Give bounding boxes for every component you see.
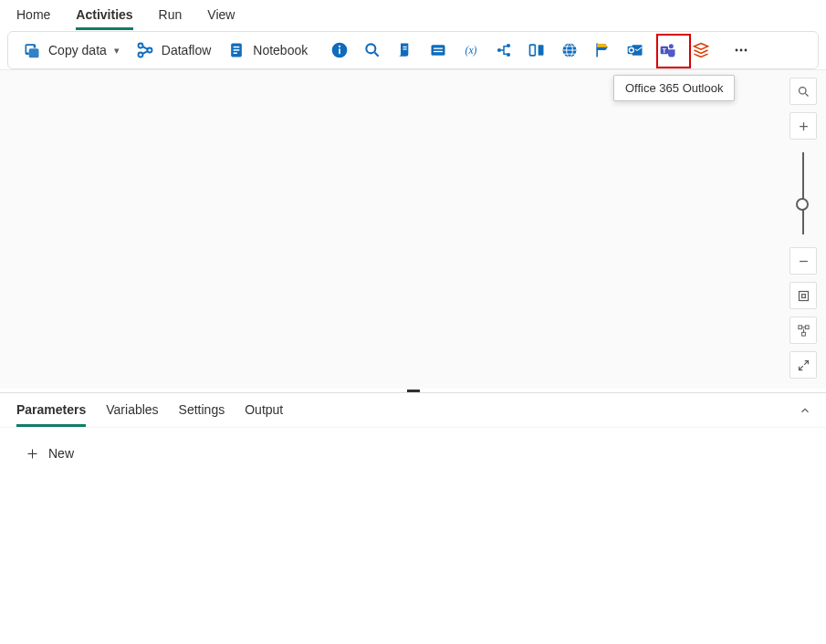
globe-icon xyxy=(560,41,579,59)
pipeline-icon xyxy=(495,41,513,59)
notebook-label: Notebook xyxy=(253,43,308,57)
fullscreen-button[interactable] xyxy=(789,351,817,379)
zoom-out-button[interactable] xyxy=(789,247,817,275)
stack-icon xyxy=(692,41,710,59)
svg-point-19 xyxy=(507,53,510,57)
tab-view[interactable]: View xyxy=(207,7,235,27)
outlook-activity-button[interactable] xyxy=(620,36,651,65)
ellipsis-icon xyxy=(732,41,750,59)
svg-rect-5 xyxy=(234,49,240,51)
web-activity-button[interactable] xyxy=(554,36,585,65)
canvas-search-button[interactable] xyxy=(789,78,817,105)
dataflow-icon xyxy=(136,41,154,59)
dataflow-label: Dataflow xyxy=(162,43,211,57)
svg-rect-8 xyxy=(339,48,340,54)
svg-rect-38 xyxy=(801,332,805,336)
variable-activity-button[interactable]: (x) xyxy=(455,36,486,65)
tab-activities[interactable]: Activities xyxy=(76,7,132,30)
properties-tab-bar: Parameters Variables Settings Output xyxy=(0,393,826,428)
lookup-activity-button[interactable] xyxy=(357,36,388,65)
svg-rect-15 xyxy=(434,51,443,52)
script-icon xyxy=(396,41,414,59)
activities-toolbar: Copy data ▾ Dataflow Notebook xyxy=(7,31,819,69)
svg-rect-6 xyxy=(234,53,237,55)
svg-point-2 xyxy=(147,48,152,53)
copy-data-button[interactable]: Copy data ▾ xyxy=(16,36,127,65)
svg-point-18 xyxy=(507,44,510,47)
databricks-activity-button[interactable] xyxy=(685,36,716,65)
svg-rect-14 xyxy=(434,48,443,49)
svg-text:T: T xyxy=(663,47,666,54)
zoom-slider[interactable] xyxy=(802,152,804,234)
teams-icon: T xyxy=(659,41,677,59)
notebook-button[interactable]: Notebook xyxy=(220,36,315,65)
svg-rect-4 xyxy=(234,47,240,48)
copy-data-label: Copy data xyxy=(48,43,107,57)
pipeline-canvas[interactable] xyxy=(0,69,826,389)
svg-rect-13 xyxy=(432,45,445,56)
svg-point-1 xyxy=(138,53,142,57)
dataflow-button[interactable]: Dataflow xyxy=(129,36,218,65)
svg-point-0 xyxy=(138,44,142,48)
list-icon xyxy=(429,41,447,59)
tab-run[interactable]: Run xyxy=(159,7,183,27)
teams-activity-button[interactable]: T xyxy=(653,36,684,65)
svg-text:(x): (x) xyxy=(465,45,477,57)
svg-rect-20 xyxy=(530,45,536,56)
variable-icon: (x) xyxy=(462,41,480,59)
plus-icon xyxy=(26,447,39,461)
zoom-in-button[interactable] xyxy=(789,112,817,140)
new-parameter-label: New xyxy=(48,446,74,461)
tab-variables[interactable]: Variables xyxy=(106,402,158,424)
svg-point-33 xyxy=(799,87,806,94)
svg-rect-11 xyxy=(403,47,407,47)
script-activity-button[interactable] xyxy=(390,36,421,65)
invoke-icon xyxy=(528,41,546,59)
zoom-fit-button[interactable] xyxy=(789,282,817,309)
svg-point-30 xyxy=(736,49,738,52)
more-activities-button[interactable] xyxy=(726,36,757,65)
pipeline-activity-button[interactable] xyxy=(488,36,519,65)
svg-rect-35 xyxy=(801,294,805,297)
svg-point-17 xyxy=(497,48,501,52)
tab-output[interactable]: Output xyxy=(245,402,283,424)
semantic-model-button[interactable] xyxy=(587,36,618,65)
svg-rect-21 xyxy=(538,45,544,56)
tab-settings[interactable]: Settings xyxy=(179,402,225,424)
properties-panel: Parameters Variables Settings Output New xyxy=(0,392,826,479)
outlook-icon xyxy=(626,41,644,59)
auto-align-button[interactable] xyxy=(789,317,817,344)
svg-point-10 xyxy=(367,44,376,53)
chevron-down-icon: ▾ xyxy=(114,45,120,57)
tab-home[interactable]: Home xyxy=(16,7,50,27)
zoom-slider-thumb[interactable] xyxy=(796,198,809,211)
svg-rect-34 xyxy=(799,291,808,300)
info-activity-button[interactable] xyxy=(324,36,355,65)
top-tab-bar: Home Activities Run View xyxy=(0,0,826,31)
svg-point-32 xyxy=(745,49,748,52)
svg-point-31 xyxy=(740,49,743,52)
collapse-panel-button[interactable] xyxy=(799,404,811,420)
flag-icon xyxy=(593,41,612,59)
new-parameter-button[interactable]: New xyxy=(20,442,79,464)
invoke-activity-button[interactable] xyxy=(521,36,552,65)
info-icon xyxy=(330,41,349,59)
svg-point-9 xyxy=(339,46,340,47)
zoom-controls xyxy=(789,78,817,379)
copy-data-icon xyxy=(23,41,41,59)
search-icon xyxy=(363,41,382,59)
svg-point-27 xyxy=(669,44,674,48)
svg-rect-37 xyxy=(805,325,809,328)
keyvault-activity-button[interactable] xyxy=(423,36,454,65)
svg-rect-12 xyxy=(403,48,407,49)
tooltip-outlook: Office 365 Outlook xyxy=(613,75,735,101)
notebook-icon xyxy=(227,41,246,59)
tab-parameters[interactable]: Parameters xyxy=(16,402,86,427)
svg-rect-36 xyxy=(798,325,801,328)
